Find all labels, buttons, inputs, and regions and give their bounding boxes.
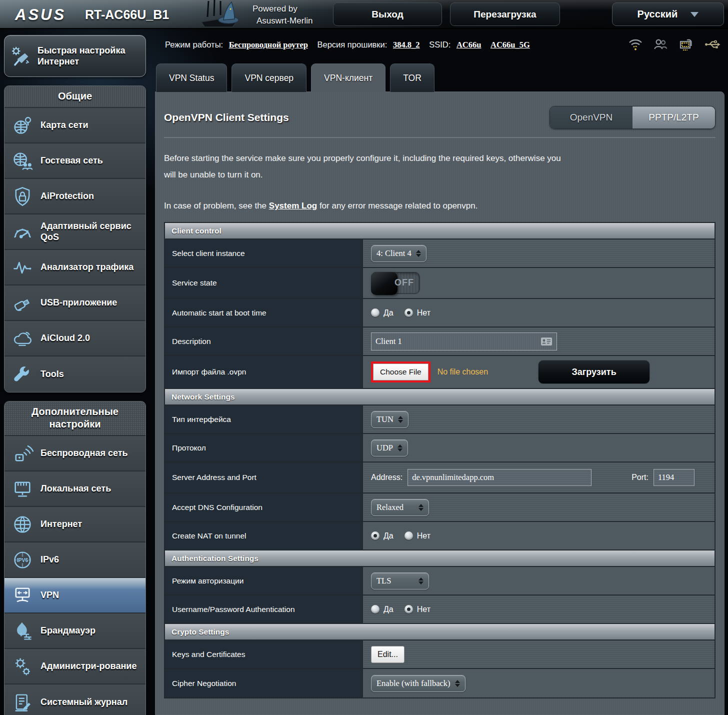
- pptp-l2tp-switch-option[interactable]: PPTP/L2TP: [632, 106, 715, 128]
- internet-globe-icon: [12, 514, 34, 536]
- toggle-state-label: OFF: [394, 278, 414, 288]
- quick-setup-label: Быстрая настройка Интернет: [38, 45, 125, 68]
- main-panel: OpenVPN Client Settings OpenVPN PPTP/L2T…: [155, 92, 724, 715]
- sidebar-item-traffic-analyzer[interactable]: Анализатор трафика: [4, 250, 146, 286]
- auth-mode-select[interactable]: TLS: [371, 572, 429, 590]
- sidebar-item-system-log[interactable]: Системный журнал: [4, 684, 146, 715]
- wireless-icon: [12, 442, 34, 464]
- select-arrows-icon: [398, 444, 402, 452]
- administration-gear-icon: [12, 656, 34, 678]
- status-bar: Режим работы: Беспроводной роутер Версия…: [150, 29, 728, 63]
- service-state-toggle[interactable]: OFF: [371, 272, 420, 294]
- userpass-no-radio[interactable]: [404, 605, 413, 614]
- sidebar-item-administration[interactable]: Администри-рование: [4, 649, 146, 684]
- operation-mode-label: Режим работы:: [165, 40, 223, 49]
- cipher-negotiation-select[interactable]: Enable (with fallback): [371, 675, 466, 692]
- vpn-tab-bar: VPN Status VPN сервер VPN-клиент TOR: [156, 64, 434, 92]
- ssid-2g-link[interactable]: AC66u: [456, 40, 482, 50]
- tools-wrench-icon: [12, 364, 34, 386]
- sidebar-item-firewall[interactable]: Брандмауэр: [4, 614, 146, 649]
- row-protocol: Протокол UDP: [165, 434, 714, 462]
- sidebar-item-guest-network[interactable]: Гостевая сеть: [4, 144, 146, 179]
- row-automatic-start: Automatic start at boot time Да Нет: [165, 299, 714, 328]
- row-import-ovpn: Импорт файла .ovpn Choose File No file c…: [165, 356, 714, 389]
- usb-status-icon[interactable]: [704, 37, 721, 52]
- choose-file-button[interactable]: Choose File: [373, 364, 428, 380]
- sidebar-item-vpn[interactable]: VPN: [4, 578, 146, 614]
- description-input[interactable]: Client 1: [371, 332, 557, 350]
- system-log-link[interactable]: System Log: [269, 201, 317, 210]
- row-service-state: Service state OFF: [165, 268, 714, 299]
- sidebar-item-tools[interactable]: Tools: [4, 356, 146, 392]
- select-arrows-icon: [418, 504, 424, 511]
- sidebar-item-lan[interactable]: Локальная сеть: [4, 472, 146, 507]
- server-port-input[interactable]: 1194: [654, 469, 694, 486]
- sidebar-group-general: Общие Карта сети Гостевая сеть AiProtect…: [4, 86, 146, 392]
- protocol-select[interactable]: UDP: [371, 440, 408, 456]
- section-crypto-settings: Crypto Settings: [165, 624, 714, 640]
- tab-vpn-status[interactable]: VPN Status: [156, 64, 227, 92]
- guest-network-icon: [12, 150, 34, 172]
- quick-internet-setup-button[interactable]: Быстрая настройка Интернет: [4, 35, 146, 77]
- quick-setup-icon: [10, 44, 32, 68]
- operation-mode-link[interactable]: Беспроводной роутер: [229, 40, 308, 50]
- asus-logo: ASUS: [15, 6, 66, 24]
- row-server-address-port: Server Address and Port Address: de.vpnu…: [165, 462, 714, 494]
- tab-vpn-client[interactable]: VPN-клиент: [311, 64, 386, 92]
- toggle-knob: [371, 272, 398, 295]
- title-divider: [164, 137, 716, 138]
- merlin-router-logo: [198, 0, 248, 29]
- accept-dns-select[interactable]: Relaxed: [371, 499, 429, 516]
- tab-tor[interactable]: TOR: [390, 64, 434, 92]
- sidebar-item-aicloud[interactable]: AiCloud 2.0: [4, 321, 146, 356]
- firewall-icon: [12, 620, 34, 642]
- autostart-no-radio[interactable]: [404, 308, 413, 317]
- autostart-yes-radio[interactable]: [371, 308, 380, 317]
- chevron-down-icon: [690, 12, 698, 17]
- address-label: Address:: [371, 473, 402, 482]
- nat-no-radio[interactable]: [404, 532, 413, 540]
- page-title: OpenVPN Client Settings: [164, 112, 289, 124]
- aicloud-icon: [12, 328, 34, 350]
- sidebar-item-network-map[interactable]: Карта сети: [4, 108, 146, 144]
- row-select-client-instance: Select client instance 4: Client 4: [165, 240, 714, 268]
- firmware-version-link[interactable]: 384.8_2: [393, 40, 420, 50]
- select-arrows-icon: [416, 250, 421, 257]
- tab-vpn-server[interactable]: VPN сервер: [232, 64, 306, 92]
- wifi-status-icon[interactable]: [628, 37, 643, 52]
- interface-type-select[interactable]: TUN: [371, 411, 408, 428]
- language-selector[interactable]: Русский: [612, 2, 724, 26]
- select-arrows-icon: [418, 578, 424, 584]
- clients-status-icon[interactable]: [653, 37, 668, 52]
- intro-text: Before starting the service make sure yo…: [164, 150, 564, 183]
- userpass-yes-radio[interactable]: [371, 605, 380, 614]
- saved-clients-icon[interactable]: [540, 337, 552, 346]
- logout-button[interactable]: Выход: [333, 2, 442, 26]
- sidebar-item-wireless[interactable]: Беспроводная сеть: [4, 436, 146, 472]
- aiprotection-shield-icon: [12, 186, 34, 208]
- edit-keys-button[interactable]: Edit...: [371, 646, 404, 663]
- problem-hint-text: In case of problem, see the System Log f…: [164, 201, 716, 211]
- sidebar-item-wan[interactable]: Интернет: [4, 507, 146, 542]
- svg-text:IPV6: IPV6: [17, 557, 28, 562]
- no-file-chosen-text: No file chosen: [438, 368, 488, 376]
- row-interface-type: Тип интерфейса TUN: [165, 406, 714, 434]
- nat-yes-radio[interactable]: [371, 532, 380, 540]
- vpn-type-switch: OpenVPN PPTP/L2TP: [550, 106, 716, 129]
- sidebar-item-aiprotection[interactable]: AiProtection: [4, 179, 146, 214]
- system-log-icon: [12, 692, 34, 714]
- wired-clients-status-icon[interactable]: [678, 37, 694, 52]
- sidebar-item-ipv6[interactable]: IPV6 IPv6: [4, 542, 146, 578]
- reboot-button[interactable]: Перезагрузка: [450, 2, 560, 26]
- row-userpass-auth: Username/Password Authentication Да Нет: [165, 596, 714, 624]
- upload-button[interactable]: Загрузить: [538, 360, 650, 384]
- server-address-input[interactable]: de.vpnunlimitedapp.com: [408, 469, 592, 486]
- openvpn-switch-option[interactable]: OpenVPN: [550, 106, 632, 128]
- client-instance-select[interactable]: 4: Client 4: [371, 245, 426, 262]
- sidebar-item-adaptive-qos[interactable]: Адаптивный сервис QoS: [4, 214, 146, 250]
- ssid-5g-link[interactable]: AC66u_5G: [490, 40, 530, 50]
- sidebar-item-usb-application[interactable]: USB-приложение: [4, 286, 146, 321]
- language-label: Русский: [638, 8, 678, 20]
- advanced-section-title: Дополнительные настройки: [4, 402, 146, 436]
- settings-table: Client control Select client instance 4:…: [164, 222, 716, 698]
